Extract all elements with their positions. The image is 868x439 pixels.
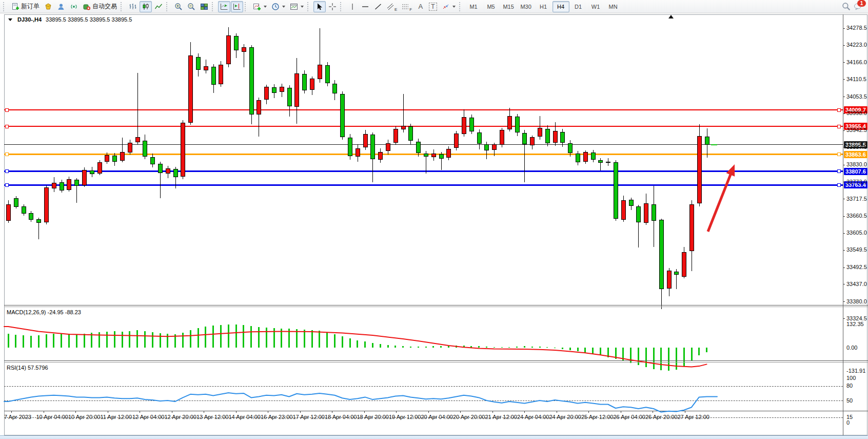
price-tick-label: 34110.5	[846, 76, 866, 82]
mql-profile-button[interactable]	[55, 1, 67, 12]
fibonacci-tool-button[interactable]: F	[400, 1, 414, 12]
dropdown-caret-icon	[264, 6, 267, 8]
auto-scroll-icon	[220, 3, 228, 11]
candle	[257, 100, 261, 114]
price-badge: 33863.6	[844, 151, 867, 158]
cursor-button[interactable]	[313, 1, 326, 12]
horizontal-line-object[interactable]	[4, 184, 843, 186]
hline-handle[interactable]	[5, 169, 9, 173]
label-tool-label: T	[429, 3, 437, 11]
hline-handle[interactable]	[837, 125, 841, 128]
crosshair-icon	[328, 3, 337, 11]
panel-separator[interactable]	[4, 360, 868, 361]
zoom-out-button[interactable]	[185, 1, 198, 12]
vertical-line-tool-button[interactable]	[346, 1, 359, 12]
macd-histogram-bar	[174, 334, 176, 348]
line-chart-button[interactable]	[152, 1, 165, 12]
horizontal-line-object[interactable]	[4, 170, 843, 172]
hline-handle[interactable]	[5, 108, 9, 112]
templates-button[interactable]	[288, 1, 306, 12]
search-icon[interactable]	[842, 2, 851, 11]
macd-histogram-bar	[546, 347, 548, 348]
candle	[629, 200, 634, 206]
text-label-tool-button[interactable]: T	[427, 1, 439, 12]
channel-tool-button[interactable]: E	[385, 1, 399, 12]
macd-histogram-bar	[235, 325, 237, 348]
auto-trading-button[interactable]: 自动交易	[81, 1, 119, 12]
auto-scroll-button[interactable]	[218, 1, 230, 12]
horizontal-line-object[interactable]	[4, 109, 843, 110]
candle	[689, 204, 694, 252]
timeframe-m5-button[interactable]: M5	[483, 1, 500, 12]
macd-histogram-bar	[524, 346, 525, 348]
candle	[667, 271, 672, 289]
macd-histogram-bar	[266, 328, 267, 348]
timeframe-h4-button[interactable]: H4	[553, 1, 569, 12]
macd-histogram-bar	[53, 334, 54, 348]
notifications-button[interactable]: 1	[854, 3, 863, 11]
macd-histogram-bar	[228, 325, 229, 348]
macd-histogram-bar	[8, 334, 9, 348]
timeframe-m15-button[interactable]: M15	[500, 1, 517, 12]
timeframe-w1-button[interactable]: W1	[587, 1, 604, 12]
bar-chart-button[interactable]	[127, 1, 139, 12]
timeframe-mn-button[interactable]: MN	[605, 1, 622, 12]
macd-histogram-bar	[554, 348, 556, 348]
hline-handle[interactable]	[5, 152, 9, 156]
arrows-icon	[442, 3, 450, 11]
trend-arrow-annotation[interactable]	[708, 171, 732, 232]
timeframe-m30-button[interactable]: M30	[518, 1, 535, 12]
crosshair-button[interactable]	[326, 1, 339, 12]
candle	[515, 117, 520, 132]
periods-button[interactable]	[269, 1, 287, 12]
candle	[219, 65, 223, 84]
macd-histogram-bar	[84, 334, 85, 348]
candle	[112, 156, 117, 162]
candle	[36, 219, 41, 223]
chart-shift-button[interactable]	[231, 1, 243, 12]
mql-community-button[interactable]	[42, 1, 54, 12]
macd-histogram-bar	[387, 345, 389, 348]
macd-histogram-bar	[357, 340, 358, 348]
hline-handle[interactable]	[5, 183, 9, 187]
candle	[477, 132, 482, 144]
signals-button[interactable]	[68, 1, 80, 12]
candle	[29, 213, 33, 220]
hline-handle[interactable]	[837, 152, 841, 156]
hline-handle[interactable]	[837, 169, 841, 173]
macd-histogram-bar	[76, 334, 77, 348]
zoom-in-button[interactable]	[172, 1, 185, 12]
hline-handle[interactable]	[5, 125, 9, 128]
macd-histogram-bar	[304, 330, 305, 348]
price-tick-label: 33998.0	[846, 110, 867, 116]
horizontal-line-object[interactable]	[4, 126, 843, 127]
macd-histogram-bar	[402, 346, 404, 348]
candle	[181, 123, 185, 177]
macd-histogram-bar	[167, 334, 168, 348]
candle	[408, 126, 413, 141]
timeframe-m1-button[interactable]: M1	[465, 1, 482, 12]
horizontal-line-tool-button[interactable]	[359, 1, 371, 12]
indicators-button[interactable]	[251, 1, 269, 12]
price-tick-label: 33942.5	[846, 127, 867, 133]
toolbar-grip	[307, 2, 312, 11]
panel-separator[interactable]	[4, 305, 868, 306]
new-order-button[interactable]: 新订单	[9, 1, 42, 12]
text-tool-button[interactable]: A	[415, 1, 426, 12]
candle	[348, 138, 352, 156]
tile-windows-button[interactable]	[198, 1, 210, 12]
arrows-tool-button[interactable]	[440, 1, 458, 12]
macd-histogram-bar	[653, 348, 655, 369]
macd-histogram-bar	[668, 348, 669, 371]
macd-histogram-bar	[68, 334, 70, 348]
candle	[682, 252, 686, 276]
candlestick-chart-button[interactable]	[140, 1, 152, 12]
collapse-button[interactable]	[8, 18, 13, 21]
timeframe-d1-button[interactable]: D1	[570, 1, 587, 12]
trendline-tool-button[interactable]	[372, 1, 384, 12]
hline-handle[interactable]	[837, 183, 841, 187]
macd-histogram-bar	[250, 326, 252, 348]
hline-handle[interactable]	[837, 108, 841, 112]
timeframe-h1-button[interactable]: H1	[535, 1, 552, 12]
time-tick-label: 26 Apr 20:00	[645, 414, 677, 420]
